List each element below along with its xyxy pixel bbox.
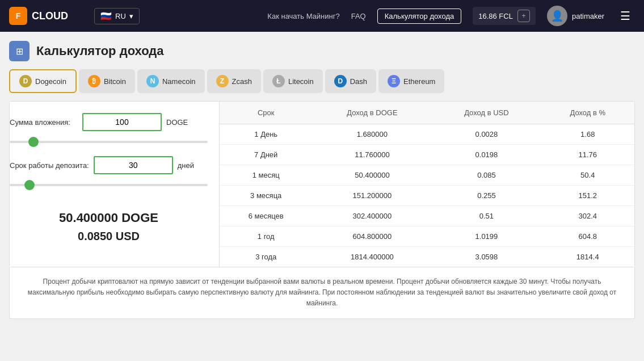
coin-icon-ltc: Ł: [272, 75, 285, 87]
deposit-label: Срок работы депозита:: [10, 161, 89, 170]
deposit-unit: дней: [178, 161, 194, 170]
right-panel: Срок Доход в DOGE Доход в USD Доход в % …: [220, 102, 634, 267]
nav-faq-link[interactable]: FAQ: [351, 12, 366, 20]
table-row: 3 месяца151.2000000.255151.2: [220, 186, 634, 206]
income-table: Срок Доход в DOGE Доход в USD Доход в % …: [220, 102, 634, 267]
coin-icon-dash: D: [334, 75, 347, 87]
cell-period: 1 год: [220, 226, 312, 247]
content-grid: Сумма вложения: DOGE Срок работы депозит…: [9, 101, 635, 267]
language-selector[interactable]: 🇷🇺 RU ▾: [94, 8, 140, 24]
deposit-slider[interactable]: [10, 184, 208, 186]
currency-tab-dash[interactable]: DDash: [325, 69, 376, 93]
plus-icon[interactable]: +: [517, 10, 530, 22]
main-content: ⊞ Калькулятор дохода DDogecoin₿BitcoinNN…: [0, 32, 644, 328]
cell-period: 1 месяц: [220, 165, 312, 186]
amount-slider-container: [10, 136, 208, 145]
page-title: Калькулятор дохода: [36, 44, 164, 58]
header-nav: Как начать Майнинг? FAQ Калькулятор дохо…: [267, 6, 635, 26]
currency-tab-label-doge: Dogecoin: [35, 77, 66, 86]
balance-value: 16.86 FCL: [478, 12, 513, 20]
currency-tab-label-dash: Dash: [350, 77, 367, 86]
cell-doge: 1814.400000: [312, 247, 432, 267]
cell-usd: 0.085: [432, 165, 541, 186]
chevron-down-icon: ▾: [129, 12, 133, 20]
cell-pct: 302.4: [541, 206, 634, 226]
currency-tab-eth[interactable]: ΞEthereum: [378, 69, 444, 93]
deposit-slider-container: [10, 179, 208, 188]
lang-label: RU: [115, 12, 126, 20]
result-crypto: 50.400000 DOGE: [10, 211, 208, 225]
cell-doge: 604.800000: [312, 226, 432, 247]
cell-period: 6 месяцев: [220, 206, 312, 226]
amount-label: Сумма вложения:: [10, 118, 78, 127]
amount-input[interactable]: [82, 113, 162, 131]
table-row: 1 год604.8000001.0199604.8: [220, 226, 634, 247]
coin-icon-eth: Ξ: [388, 75, 400, 87]
table-row: 1 месяц50.4000000.08550.4: [220, 165, 634, 186]
left-panel: Сумма вложения: DOGE Срок работы депозит…: [10, 102, 220, 267]
user-menu[interactable]: 👤 patimaker: [547, 6, 604, 26]
amount-unit: DOGE: [166, 118, 188, 127]
cell-doge: 1.680000: [312, 124, 432, 145]
cell-usd: 0.0028: [432, 124, 541, 145]
cell-period: 1 День: [220, 124, 312, 145]
currency-tab-doge[interactable]: DDogecoin: [9, 69, 77, 93]
cell-usd: 0.51: [432, 206, 541, 226]
currency-tab-label-btc: Bitcoin: [104, 77, 126, 86]
deposit-field-row: Срок работы депозита: дней: [10, 156, 208, 174]
deposit-input[interactable]: [94, 156, 173, 174]
table-header: Срок Доход в DOGE Доход в USD Доход в %: [220, 102, 634, 124]
cell-period: 3 месяца: [220, 186, 312, 206]
cell-pct: 151.2: [541, 186, 634, 206]
cell-usd: 1.0199: [432, 226, 541, 247]
col-usd: Доход в USD: [432, 102, 541, 124]
cell-period: 7 Дней: [220, 145, 312, 165]
col-doge: Доход в DOGE: [312, 102, 432, 124]
coin-icon-doge: D: [19, 75, 32, 87]
header: F CLOUD 🇷🇺 RU ▾ Как начать Майнинг? FAQ …: [0, 0, 644, 32]
cell-pct: 11.76: [541, 145, 634, 165]
amount-slider[interactable]: [10, 141, 208, 143]
currency-tab-nmc[interactable]: NNamecoin: [137, 69, 205, 93]
table-body: 1 День1.6800000.00281.687 Дней11.7600000…: [220, 124, 634, 267]
logo-icon: F: [9, 7, 27, 25]
currency-tab-ltc[interactable]: ŁLitecoin: [263, 69, 323, 93]
calc-nav-button[interactable]: Калькулятор дохода: [377, 9, 462, 24]
cell-doge: 11.760000: [312, 145, 432, 165]
coin-icon-zec: Z: [216, 75, 229, 87]
table-row: 3 года1814.4000003.05981814.4: [220, 247, 634, 267]
currency-tab-label-nmc: Namecoin: [162, 77, 196, 86]
cell-usd: 0.255: [432, 186, 541, 206]
coin-icon-btc: ₿: [88, 75, 100, 87]
grid-icon: ⊞: [16, 46, 23, 57]
username: patimaker: [572, 12, 604, 20]
currency-tab-label-zec: Zcash: [232, 77, 252, 86]
page-title-row: ⊞ Калькулятор дохода: [9, 41, 635, 61]
cell-doge: 151.200000: [312, 186, 432, 206]
result-usd: 0.0850 USD: [10, 230, 208, 243]
table-row: 7 Дней11.7600000.019811.76: [220, 145, 634, 165]
cell-pct: 1.68: [541, 124, 634, 145]
amount-field-row: Сумма вложения: DOGE: [10, 113, 208, 131]
cell-pct: 1814.4: [541, 247, 634, 267]
footer-note: Процент добычи криптовалют на прямую зав…: [9, 267, 635, 319]
balance-display: 16.86 FCL +: [473, 7, 536, 25]
cell-pct: 50.4: [541, 165, 634, 186]
nav-mining-link[interactable]: Как начать Майнинг?: [267, 12, 339, 20]
table-row: 1 День1.6800000.00281.68: [220, 124, 634, 145]
currency-tab-label-eth: Ethereum: [403, 77, 435, 86]
cell-usd: 0.0198: [432, 145, 541, 165]
burger-menu-icon[interactable]: ☰: [616, 7, 635, 25]
logo: F CLOUD: [9, 7, 83, 25]
cell-doge: 50.400000: [312, 165, 432, 186]
currency-tab-label-ltc: Litecoin: [288, 77, 314, 86]
footer-text: Процент добычи криптовалют на прямую зав…: [28, 278, 616, 307]
cell-doge: 302.400000: [312, 206, 432, 226]
col-period: Срок: [220, 102, 312, 124]
currency-tab-btc[interactable]: ₿Bitcoin: [79, 69, 135, 93]
results-display: 50.400000 DOGE 0.0850 USD: [10, 199, 208, 254]
cell-usd: 3.0598: [432, 247, 541, 267]
currency-tabs: DDogecoin₿BitcoinNNamecoinZZcashŁLitecoi…: [9, 69, 635, 93]
logo-text: CLOUD: [32, 10, 68, 22]
currency-tab-zec[interactable]: ZZcash: [207, 69, 261, 93]
